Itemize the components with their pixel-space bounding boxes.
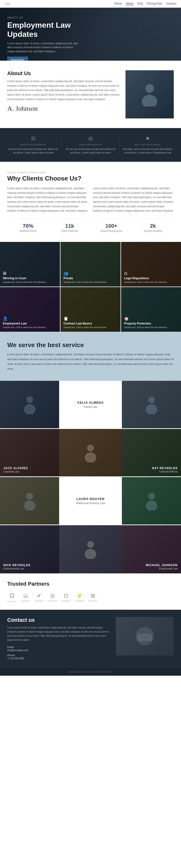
stat-satisfied-label: Satisfied Clients <box>7 230 49 232</box>
hero-section: ⚖ ABOUT US Employment Law Updates Lorem … <box>0 8 181 61</box>
stat-satisfied-number: 70% <box>7 223 49 229</box>
contact-heading: Contact us <box>7 617 111 623</box>
practice-icon-2: 👥 <box>63 271 118 276</box>
partners-heading: Trusted Partners <box>7 581 174 587</box>
partner-logo-5: ⊡ COMPANY <box>61 593 71 602</box>
contact-section: Contact us Lorem ipsum dolor sit amet, c… <box>0 610 181 667</box>
nav-logo: logo <box>5 2 10 5</box>
nav-pricing[interactable]: Pricing Plan <box>147 2 162 5</box>
team-img-left-3 <box>0 477 59 525</box>
about-paragraph: Lorem ipsum dolor sit amet, consectetur … <box>7 79 121 101</box>
practice-card-2[interactable]: 👥 Private Sample text. Click to select t… <box>60 242 121 286</box>
contact-email-value: info@company.com <box>7 649 111 652</box>
svg-point-7 <box>85 452 96 462</box>
team-img-left-1 <box>0 381 59 428</box>
team-center-info-1: CELIA ALMEDA Family Law <box>59 381 122 428</box>
philosophy-label-2: OUR PRINCIPLE <box>66 144 115 146</box>
stats-row: 70% Satisfied Clients 11k Client Referra… <box>7 219 174 232</box>
hero-read-more-button[interactable]: Read More <box>7 57 28 61</box>
partner-logo-4: ◎ COMPANY <box>48 593 57 602</box>
svg-point-1 <box>142 95 157 106</box>
contact-phone-label: Phone: <box>7 654 111 657</box>
why-col1: Lorem ipsum dolor sit amet, consectetur … <box>7 186 88 213</box>
nav-contact[interactable]: Contact <box>166 2 176 5</box>
team-nat-specialty: Criminal Defense <box>152 470 178 473</box>
stat-satisfied: 70% Satisfied Clients <box>7 223 49 232</box>
partner-logo-6: ⚡ COMPANY <box>75 593 84 602</box>
nav-links: Home About FAQ Pricing Plan Contact <box>114 2 176 5</box>
philosophy-label-1: OUR PHILOSOPHY <box>8 144 58 146</box>
hero-about-label: ABOUT US <box>7 17 174 19</box>
practice-card-6[interactable]: 🏠 Property Protection Sample text. Click… <box>121 287 181 332</box>
svg-point-6 <box>87 444 94 451</box>
team-row-2: JACK ALVAREZ Corporate Law NAT REYNOLDS … <box>0 429 181 477</box>
why-section-label: LEGAL RIGHTS EXPLAINED <box>7 172 174 174</box>
about-image <box>126 70 174 118</box>
contact-email-label: Email: <box>7 646 111 648</box>
team-member-specialty-1: Family Law <box>84 405 97 408</box>
service-text: Lorem ipsum dolor sit amet, consectetur … <box>7 352 174 371</box>
practice-icon-3: ⚖ <box>124 271 178 276</box>
stat-sample: 2k Sample Headline <box>132 223 174 232</box>
team-img-right-1 <box>122 381 181 428</box>
footer-text: Sample text. Click to select the Text El… <box>69 671 112 673</box>
stat-awards-label: Award Recognitions <box>90 230 132 232</box>
why-heading: Why Clients Choose Us? <box>7 175 174 182</box>
team-row-1: CELIA ALMEDA Family Law <box>0 381 181 429</box>
practice-title-3: Legal Regulations <box>124 277 178 280</box>
philosophy-banner: ⚖ OUR PHILOSOPHY At vero eos et accusam … <box>0 128 181 162</box>
team-nick-img: NICK REYNOLDS Environmental Law <box>0 525 59 574</box>
team-jack-name: JACK ALVAREZ <box>3 466 28 470</box>
practice-card-3[interactable]: ⚖ Legal Regulations Sample text. Click t… <box>121 242 181 286</box>
practice-card-5[interactable]: 📋 Contract Law Basics Sample text. Click… <box>60 287 121 332</box>
practice-card-1[interactable]: 🏛 Winning in Court Sample text. Click to… <box>0 242 60 286</box>
nav-home[interactable]: Home <box>114 2 122 5</box>
philosophy-text-1: At vero eos et accusam et justo duo dolo… <box>8 147 58 155</box>
team-nick-name: NICK REYNOLDS <box>3 563 30 567</box>
svg-point-5 <box>146 404 157 414</box>
practice-title-6: Property Protection <box>124 322 178 325</box>
team-michael-name: MICHAEL JOHNSON <box>146 563 178 567</box>
partner-logo-7: ⊞ COMPANY <box>88 593 98 602</box>
stat-awards-number: 100+ <box>90 223 132 229</box>
svg-point-4 <box>148 397 155 403</box>
partner-logo-3: ✔ COMPANY <box>34 593 44 602</box>
team-michael-specialty: Employment Law <box>146 567 178 570</box>
contact-text: Contact us Lorem ipsum dolor sit amet, c… <box>7 617 111 660</box>
practice-card-4[interactable]: 👤 Employment Law Sample text. Click to s… <box>0 287 60 332</box>
service-section: We serve the best service Lorem ipsum do… <box>0 332 181 381</box>
svg-point-11 <box>146 500 157 510</box>
hero-description: Lorem ipsum dolor sit amet, consectetur … <box>7 41 80 54</box>
team-center-info-3: LAURA NGUYEN Intellectual Property Law <box>59 477 122 525</box>
contact-description: Lorem ipsum dolor sit amet, consectetur … <box>7 626 111 642</box>
team-section: CELIA ALMEDA Family Law JACK ALVAREZ Cor… <box>0 381 181 574</box>
nav-faq[interactable]: FAQ <box>137 2 143 5</box>
partner-logo-1: Ω COMPANY <box>7 592 17 602</box>
stat-awards: 100+ Award Recognitions <box>90 223 132 232</box>
stat-sample-number: 2k <box>132 223 174 229</box>
practice-icon-6: 🏠 <box>124 316 178 321</box>
philosophy-icon-2: ◎ <box>66 135 115 142</box>
philosophy-item-3: ★ KEY OF SUCCESS Accusam eos et accusam … <box>119 135 176 155</box>
svg-point-8 <box>26 493 33 499</box>
about-heading: About Us <box>7 70 121 76</box>
why-clients-section: LEGAL RIGHTS EXPLAINED Why Clients Choos… <box>0 162 181 242</box>
philosophy-item-2: ◎ OUR PRINCIPLE At vero eos et accusam e… <box>62 135 119 155</box>
practice-title-5: Contract Law Basics <box>63 322 118 325</box>
contact-phone-value: +1 (0) 000 0000 <box>7 657 111 660</box>
partner-logo-2: 🗂 COMPANY <box>21 593 30 602</box>
service-heading: We serve the best service <box>7 341 174 349</box>
practice-title-4: Employment Law <box>3 322 57 325</box>
stat-referrals-label: Client Referrals <box>49 230 91 232</box>
partners-section: Trusted Partners Ω COMPANY 🗂 COMPANY ✔ C… <box>0 574 181 610</box>
philosophy-icon-3: ★ <box>123 135 173 142</box>
team-center-img-2 <box>59 429 122 476</box>
team-jack-img: JACK ALVAREZ Corporate Law <box>0 429 59 476</box>
practice-title-1: Winning in Court <box>3 277 57 280</box>
practice-icon-4: 👤 <box>3 316 57 321</box>
team-img-right-3 <box>122 477 181 525</box>
svg-point-0 <box>145 84 154 93</box>
hero-title: Employment Law Updates <box>7 21 89 39</box>
nav-about[interactable]: About <box>126 2 133 5</box>
svg-point-10 <box>148 493 155 499</box>
